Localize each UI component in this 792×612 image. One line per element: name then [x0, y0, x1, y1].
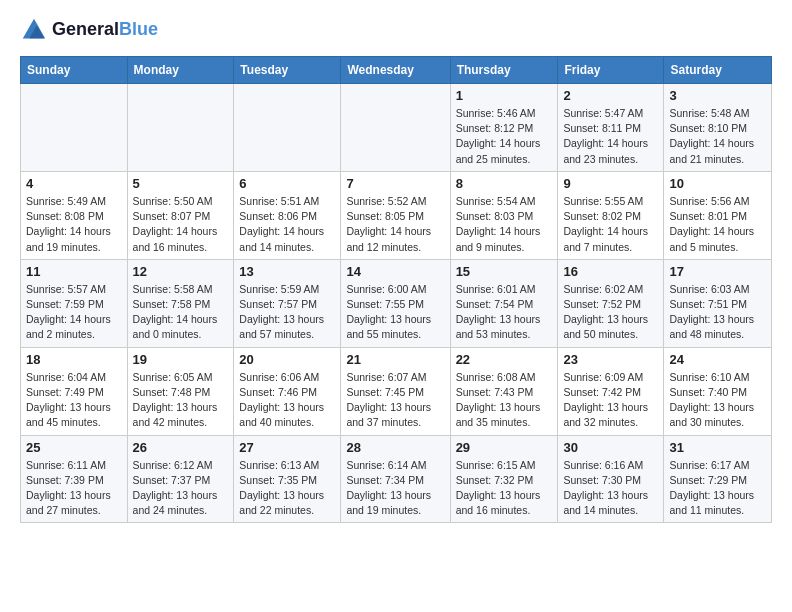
- day-number: 13: [239, 264, 335, 279]
- calendar-cell: [21, 84, 128, 172]
- day-info: Sunrise: 6:12 AM Sunset: 7:37 PM Dayligh…: [133, 458, 229, 519]
- day-info: Sunrise: 5:55 AM Sunset: 8:02 PM Dayligh…: [563, 194, 658, 255]
- day-info: Sunrise: 6:09 AM Sunset: 7:42 PM Dayligh…: [563, 370, 658, 431]
- calendar-week-row: 4Sunrise: 5:49 AM Sunset: 8:08 PM Daylig…: [21, 171, 772, 259]
- calendar-cell: 22Sunrise: 6:08 AM Sunset: 7:43 PM Dayli…: [450, 347, 558, 435]
- page-header: GeneralBlue: [20, 16, 772, 44]
- day-info: Sunrise: 6:04 AM Sunset: 7:49 PM Dayligh…: [26, 370, 122, 431]
- day-number: 27: [239, 440, 335, 455]
- day-number: 9: [563, 176, 658, 191]
- day-number: 4: [26, 176, 122, 191]
- calendar-cell: 27Sunrise: 6:13 AM Sunset: 7:35 PM Dayli…: [234, 435, 341, 523]
- calendar-cell: 13Sunrise: 5:59 AM Sunset: 7:57 PM Dayli…: [234, 259, 341, 347]
- calendar-cell: 29Sunrise: 6:15 AM Sunset: 7:32 PM Dayli…: [450, 435, 558, 523]
- day-info: Sunrise: 6:01 AM Sunset: 7:54 PM Dayligh…: [456, 282, 553, 343]
- day-info: Sunrise: 6:02 AM Sunset: 7:52 PM Dayligh…: [563, 282, 658, 343]
- day-number: 31: [669, 440, 766, 455]
- day-info: Sunrise: 5:57 AM Sunset: 7:59 PM Dayligh…: [26, 282, 122, 343]
- day-info: Sunrise: 6:11 AM Sunset: 7:39 PM Dayligh…: [26, 458, 122, 519]
- calendar-cell: 20Sunrise: 6:06 AM Sunset: 7:46 PM Dayli…: [234, 347, 341, 435]
- day-number: 19: [133, 352, 229, 367]
- day-info: Sunrise: 5:48 AM Sunset: 8:10 PM Dayligh…: [669, 106, 766, 167]
- calendar-cell: 4Sunrise: 5:49 AM Sunset: 8:08 PM Daylig…: [21, 171, 128, 259]
- weekday-header-row: SundayMondayTuesdayWednesdayThursdayFrid…: [21, 57, 772, 84]
- calendar-cell: 30Sunrise: 6:16 AM Sunset: 7:30 PM Dayli…: [558, 435, 664, 523]
- logo-text: GeneralBlue: [52, 20, 158, 40]
- day-info: Sunrise: 6:10 AM Sunset: 7:40 PM Dayligh…: [669, 370, 766, 431]
- day-info: Sunrise: 5:51 AM Sunset: 8:06 PM Dayligh…: [239, 194, 335, 255]
- day-info: Sunrise: 6:06 AM Sunset: 7:46 PM Dayligh…: [239, 370, 335, 431]
- day-number: 18: [26, 352, 122, 367]
- logo-icon: [20, 16, 48, 44]
- day-info: Sunrise: 5:47 AM Sunset: 8:11 PM Dayligh…: [563, 106, 658, 167]
- logo: GeneralBlue: [20, 16, 158, 44]
- calendar-cell: 25Sunrise: 6:11 AM Sunset: 7:39 PM Dayli…: [21, 435, 128, 523]
- day-number: 7: [346, 176, 444, 191]
- calendar-cell: 31Sunrise: 6:17 AM Sunset: 7:29 PM Dayli…: [664, 435, 772, 523]
- day-number: 12: [133, 264, 229, 279]
- day-number: 30: [563, 440, 658, 455]
- day-number: 23: [563, 352, 658, 367]
- day-info: Sunrise: 6:08 AM Sunset: 7:43 PM Dayligh…: [456, 370, 553, 431]
- calendar-cell: [341, 84, 450, 172]
- day-info: Sunrise: 5:46 AM Sunset: 8:12 PM Dayligh…: [456, 106, 553, 167]
- calendar-cell: 17Sunrise: 6:03 AM Sunset: 7:51 PM Dayli…: [664, 259, 772, 347]
- calendar-cell: [127, 84, 234, 172]
- calendar-week-row: 11Sunrise: 5:57 AM Sunset: 7:59 PM Dayli…: [21, 259, 772, 347]
- day-number: 1: [456, 88, 553, 103]
- day-info: Sunrise: 5:59 AM Sunset: 7:57 PM Dayligh…: [239, 282, 335, 343]
- calendar-cell: 26Sunrise: 6:12 AM Sunset: 7:37 PM Dayli…: [127, 435, 234, 523]
- day-info: Sunrise: 6:17 AM Sunset: 7:29 PM Dayligh…: [669, 458, 766, 519]
- calendar-cell: 14Sunrise: 6:00 AM Sunset: 7:55 PM Dayli…: [341, 259, 450, 347]
- day-number: 2: [563, 88, 658, 103]
- day-number: 16: [563, 264, 658, 279]
- day-number: 11: [26, 264, 122, 279]
- weekday-header: Friday: [558, 57, 664, 84]
- calendar-cell: 12Sunrise: 5:58 AM Sunset: 7:58 PM Dayli…: [127, 259, 234, 347]
- calendar-cell: 8Sunrise: 5:54 AM Sunset: 8:03 PM Daylig…: [450, 171, 558, 259]
- day-number: 14: [346, 264, 444, 279]
- weekday-header: Sunday: [21, 57, 128, 84]
- calendar-cell: 16Sunrise: 6:02 AM Sunset: 7:52 PM Dayli…: [558, 259, 664, 347]
- calendar-cell: 6Sunrise: 5:51 AM Sunset: 8:06 PM Daylig…: [234, 171, 341, 259]
- day-number: 15: [456, 264, 553, 279]
- day-info: Sunrise: 6:14 AM Sunset: 7:34 PM Dayligh…: [346, 458, 444, 519]
- calendar-cell: 28Sunrise: 6:14 AM Sunset: 7:34 PM Dayli…: [341, 435, 450, 523]
- calendar-cell: 10Sunrise: 5:56 AM Sunset: 8:01 PM Dayli…: [664, 171, 772, 259]
- calendar-cell: 15Sunrise: 6:01 AM Sunset: 7:54 PM Dayli…: [450, 259, 558, 347]
- day-number: 28: [346, 440, 444, 455]
- calendar-cell: 1Sunrise: 5:46 AM Sunset: 8:12 PM Daylig…: [450, 84, 558, 172]
- day-number: 20: [239, 352, 335, 367]
- day-info: Sunrise: 6:16 AM Sunset: 7:30 PM Dayligh…: [563, 458, 658, 519]
- weekday-header: Thursday: [450, 57, 558, 84]
- calendar-cell: 18Sunrise: 6:04 AM Sunset: 7:49 PM Dayli…: [21, 347, 128, 435]
- day-number: 29: [456, 440, 553, 455]
- day-number: 8: [456, 176, 553, 191]
- day-info: Sunrise: 5:52 AM Sunset: 8:05 PM Dayligh…: [346, 194, 444, 255]
- day-info: Sunrise: 6:05 AM Sunset: 7:48 PM Dayligh…: [133, 370, 229, 431]
- day-info: Sunrise: 5:50 AM Sunset: 8:07 PM Dayligh…: [133, 194, 229, 255]
- day-number: 25: [26, 440, 122, 455]
- calendar-cell: 7Sunrise: 5:52 AM Sunset: 8:05 PM Daylig…: [341, 171, 450, 259]
- day-number: 17: [669, 264, 766, 279]
- day-info: Sunrise: 6:03 AM Sunset: 7:51 PM Dayligh…: [669, 282, 766, 343]
- calendar-table: SundayMondayTuesdayWednesdayThursdayFrid…: [20, 56, 772, 523]
- weekday-header: Tuesday: [234, 57, 341, 84]
- calendar-cell: 23Sunrise: 6:09 AM Sunset: 7:42 PM Dayli…: [558, 347, 664, 435]
- calendar-cell: 2Sunrise: 5:47 AM Sunset: 8:11 PM Daylig…: [558, 84, 664, 172]
- day-number: 5: [133, 176, 229, 191]
- day-info: Sunrise: 5:49 AM Sunset: 8:08 PM Dayligh…: [26, 194, 122, 255]
- day-number: 6: [239, 176, 335, 191]
- calendar-cell: 24Sunrise: 6:10 AM Sunset: 7:40 PM Dayli…: [664, 347, 772, 435]
- day-info: Sunrise: 6:13 AM Sunset: 7:35 PM Dayligh…: [239, 458, 335, 519]
- calendar-cell: 21Sunrise: 6:07 AM Sunset: 7:45 PM Dayli…: [341, 347, 450, 435]
- day-number: 10: [669, 176, 766, 191]
- calendar-cell: 11Sunrise: 5:57 AM Sunset: 7:59 PM Dayli…: [21, 259, 128, 347]
- weekday-header: Wednesday: [341, 57, 450, 84]
- day-info: Sunrise: 5:58 AM Sunset: 7:58 PM Dayligh…: [133, 282, 229, 343]
- weekday-header: Monday: [127, 57, 234, 84]
- calendar-cell: 3Sunrise: 5:48 AM Sunset: 8:10 PM Daylig…: [664, 84, 772, 172]
- calendar-cell: 5Sunrise: 5:50 AM Sunset: 8:07 PM Daylig…: [127, 171, 234, 259]
- day-number: 21: [346, 352, 444, 367]
- calendar-week-row: 25Sunrise: 6:11 AM Sunset: 7:39 PM Dayli…: [21, 435, 772, 523]
